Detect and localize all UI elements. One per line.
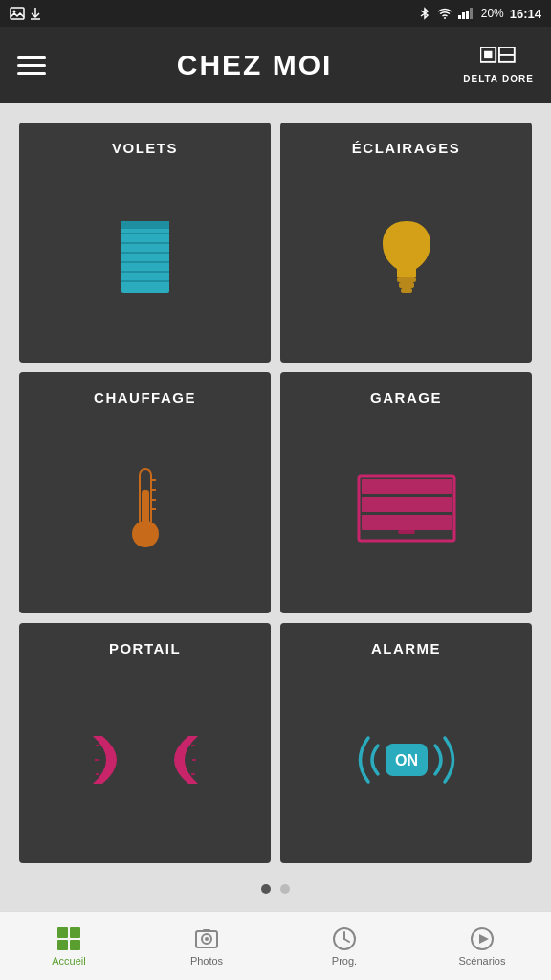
prog-icon bbox=[331, 925, 358, 952]
portail-label: PORTAIL bbox=[109, 640, 181, 657]
svg-point-50 bbox=[205, 937, 209, 941]
svg-line-54 bbox=[344, 939, 349, 942]
svg-rect-46 bbox=[57, 940, 68, 950]
photos-icon bbox=[193, 925, 220, 952]
garage-icon bbox=[354, 415, 459, 603]
svg-rect-34 bbox=[362, 515, 452, 530]
portail-card[interactable]: PORTAIL bbox=[19, 623, 271, 863]
svg-rect-44 bbox=[57, 927, 68, 938]
bottom-nav: Accueil Photos Prog. bbox=[0, 911, 551, 980]
svg-rect-14 bbox=[121, 221, 169, 229]
app-header: CHEZ MOI DELTA DORE bbox=[0, 27, 551, 103]
alarme-label: ALARME bbox=[371, 640, 441, 657]
nav-scenarios[interactable]: Scénarios bbox=[413, 925, 551, 967]
garage-card[interactable]: GARAGE bbox=[280, 372, 532, 612]
svg-rect-0 bbox=[11, 8, 24, 19]
eclairages-label: ÉCLAIRAGES bbox=[352, 140, 460, 156]
svg-rect-45 bbox=[70, 927, 80, 938]
chauffage-card[interactable]: CHAUFFAGE bbox=[19, 372, 271, 612]
svg-rect-7 bbox=[466, 11, 469, 19]
svg-rect-47 bbox=[70, 940, 80, 950]
photos-label: Photos bbox=[190, 955, 223, 967]
bluetooth-icon bbox=[418, 7, 431, 20]
svg-text:ON: ON bbox=[395, 752, 418, 768]
nav-photos[interactable]: Photos bbox=[138, 925, 276, 967]
accueil-icon bbox=[55, 925, 82, 952]
battery-text: 20% bbox=[481, 7, 504, 20]
accueil-label: Accueil bbox=[52, 955, 85, 967]
volets-icon bbox=[112, 166, 179, 353]
tiles-grid: VOLETS ÉCLAIRAGES bbox=[10, 113, 541, 873]
eclairages-card[interactable]: ÉCLAIRAGES bbox=[280, 122, 532, 363]
svg-rect-6 bbox=[462, 12, 465, 19]
signal-icon bbox=[458, 8, 475, 19]
download-icon bbox=[29, 7, 42, 20]
svg-rect-33 bbox=[362, 497, 452, 512]
status-right: 20% 16:14 bbox=[418, 7, 541, 21]
alarme-card[interactable]: ALARME ON bbox=[280, 623, 532, 863]
dot-2[interactable] bbox=[280, 884, 290, 894]
scenarios-icon bbox=[469, 925, 496, 952]
svg-point-26 bbox=[132, 521, 159, 547]
volets-card[interactable]: VOLETS bbox=[19, 122, 271, 363]
svg-rect-5 bbox=[458, 15, 461, 19]
image-icon bbox=[10, 7, 25, 20]
volets-label: VOLETS bbox=[112, 140, 178, 156]
nav-prog[interactable]: Prog. bbox=[276, 925, 413, 967]
logo-line2: DORE bbox=[502, 74, 534, 84]
delta-dore-logo-icon bbox=[480, 47, 517, 74]
wifi-icon bbox=[437, 8, 452, 19]
svg-rect-35 bbox=[398, 530, 415, 534]
chauffage-icon bbox=[121, 415, 169, 603]
prog-label: Prog. bbox=[332, 955, 357, 967]
brand-logo: DELTA DORE bbox=[463, 47, 534, 84]
chauffage-label: CHAUFFAGE bbox=[94, 390, 196, 406]
dot-1[interactable] bbox=[261, 884, 271, 894]
svg-rect-22 bbox=[399, 282, 414, 288]
time-display: 16:14 bbox=[510, 7, 541, 21]
alarme-icon: ON bbox=[349, 666, 464, 854]
status-left bbox=[10, 7, 42, 20]
logo-line1: DELTA bbox=[463, 74, 498, 84]
svg-point-4 bbox=[444, 17, 446, 19]
portail-icon bbox=[83, 666, 208, 854]
eclairages-icon bbox=[368, 166, 445, 353]
svg-rect-23 bbox=[401, 288, 412, 293]
page-title: CHEZ MOI bbox=[46, 49, 463, 81]
menu-button[interactable] bbox=[17, 56, 46, 75]
garage-label: GARAGE bbox=[370, 390, 442, 406]
scenarios-label: Scénarios bbox=[459, 955, 506, 967]
main-content: VOLETS ÉCLAIRAGES bbox=[0, 103, 551, 911]
nav-accueil[interactable]: Accueil bbox=[0, 925, 138, 967]
svg-rect-8 bbox=[470, 8, 473, 19]
status-bar: 20% 16:14 bbox=[0, 0, 551, 27]
pagination-dots bbox=[10, 873, 541, 902]
svg-rect-10 bbox=[484, 50, 492, 57]
svg-rect-32 bbox=[362, 479, 452, 494]
svg-rect-21 bbox=[397, 277, 416, 282]
svg-rect-51 bbox=[203, 929, 210, 932]
svg-marker-56 bbox=[479, 934, 489, 944]
